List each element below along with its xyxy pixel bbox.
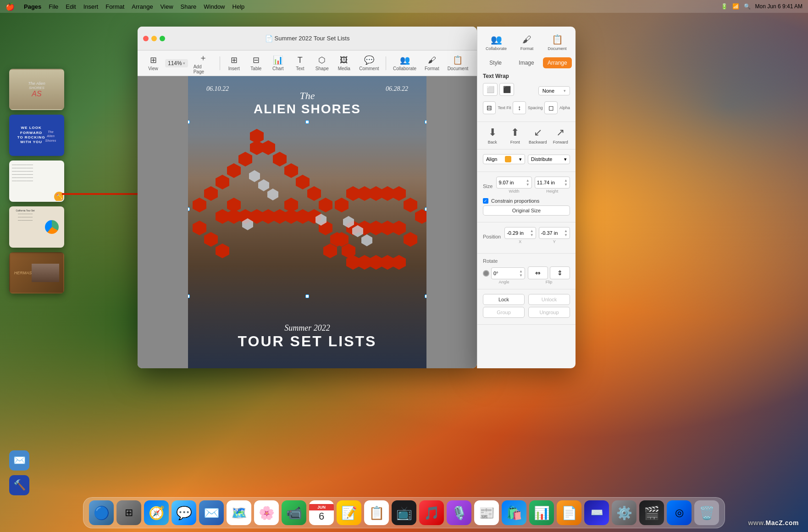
menu-help[interactable]: Help	[232, 3, 245, 10]
lock-button[interactable]: Lock	[483, 294, 525, 305]
thumb-blue-poster[interactable]: WE LOOKFORWARDTO ROCKINGWITH YOU TheAlie…	[9, 115, 64, 156]
collaborate-panel-btn[interactable]: 👥 Collaborate	[482, 31, 510, 54]
dock-safari[interactable]: 🧭	[144, 500, 169, 525]
menu-arrange[interactable]: Arrange	[132, 3, 153, 10]
dock-finder[interactable]: 🔵	[89, 500, 114, 525]
menu-format[interactable]: Format	[105, 3, 124, 10]
close-button[interactable]	[143, 36, 149, 41]
menu-file[interactable]: File	[49, 3, 58, 10]
alpha-btn[interactable]: ◻	[544, 101, 557, 114]
distribute-select[interactable]: Distribute ▾	[528, 155, 570, 164]
add-page-button[interactable]: ＋ Add Page	[190, 50, 216, 76]
dock-reminders[interactable]: 📋	[364, 500, 389, 525]
zoom-control[interactable]: 114% ▾	[165, 59, 188, 67]
selection-handle-br[interactable]	[425, 294, 426, 298]
forward-button[interactable]: ↗ Forward	[551, 127, 570, 144]
x-stepper[interactable]: ▲▼	[530, 229, 534, 237]
angle-stepper[interactable]: ▲▼	[519, 269, 523, 277]
document-button[interactable]: 📋 Document	[444, 53, 471, 73]
dock-trash[interactable]: 🗑️	[694, 500, 719, 525]
document-panel-btn[interactable]: 📋 Document	[543, 31, 571, 54]
dock-music[interactable]: 🎵	[419, 500, 444, 525]
dock-mail[interactable]: ✉️	[199, 500, 224, 525]
xcode-app-icon[interactable]: 🔨	[9, 475, 29, 495]
format-panel-btn[interactable]: 🖌 Format	[513, 32, 541, 54]
apple-menu[interactable]: 🍎	[6, 2, 15, 11]
tab-image[interactable]: Image	[512, 57, 541, 68]
dock-appstore[interactable]: 🛍️	[502, 500, 526, 525]
menu-insert[interactable]: Insert	[83, 3, 99, 10]
insert-button[interactable]: ⊞ Insert	[224, 53, 244, 73]
dock-calendar[interactable]: JUN 6	[309, 500, 334, 525]
group-button[interactable]: Group	[483, 307, 525, 318]
spacing-btn[interactable]: ↕	[513, 101, 526, 114]
flip-vertical-btn[interactable]: ⇕	[550, 266, 570, 279]
dock-appletv[interactable]: 📺	[392, 500, 416, 525]
menu-window[interactable]: Window	[204, 3, 225, 10]
media-button[interactable]: 🖼 Media	[334, 54, 354, 73]
thumb-brown-cover[interactable]: HERMAS	[9, 252, 64, 294]
dock-messages[interactable]: 💬	[172, 500, 196, 525]
chart-button[interactable]: 📊 Chart	[268, 53, 288, 73]
y-input[interactable]: -0.37 in ▲▼	[539, 227, 570, 239]
dock-facetime[interactable]: 📹	[282, 500, 306, 525]
menu-share[interactable]: Share	[181, 3, 197, 10]
backward-button[interactable]: ↙ Backward	[528, 127, 548, 144]
dock-news[interactable]: 📰	[474, 500, 499, 525]
dock-systemprefs[interactable]: ⚙️	[612, 500, 636, 525]
dock-maps[interactable]: 🗺️	[227, 500, 251, 525]
original-size-button[interactable]: Original Size	[483, 205, 570, 216]
menu-edit[interactable]: Edit	[66, 3, 76, 10]
selection-handle-mr[interactable]	[425, 207, 426, 211]
minimize-button[interactable]	[151, 36, 157, 41]
menu-view[interactable]: View	[160, 3, 173, 10]
dock-numbers[interactable]: 📊	[529, 500, 554, 525]
text-fit-btn[interactable]: ⊟	[483, 101, 496, 114]
document-canvas[interactable]: 06.10.22 06.28.22 The ALIEN SHORES	[138, 76, 477, 368]
collaborate-button[interactable]: 👥 Collaborate	[390, 53, 419, 73]
y-stepper[interactable]: ▲▼	[564, 229, 568, 237]
selection-handle-bl[interactable]	[188, 294, 190, 298]
mail-app-icon[interactable]: ✉️	[9, 450, 29, 471]
width-input[interactable]: 9.07 in ▲▼	[496, 177, 531, 188]
height-stepper[interactable]: ▲▼	[564, 178, 568, 187]
dock-launchpad[interactable]: ⊞	[116, 500, 141, 525]
text-wrap-dropdown[interactable]: None ▾	[538, 86, 570, 95]
dock-notes[interactable]: 📝	[337, 500, 361, 525]
text-wrap-icon-btn-1[interactable]: ⬜	[483, 83, 498, 96]
table-button[interactable]: ⊟ Table	[246, 53, 266, 73]
dock-podcasts[interactable]: 🎙️	[447, 500, 471, 525]
unlock-button[interactable]: Unlock	[528, 294, 570, 305]
selection-handle-tr[interactable]	[425, 120, 426, 124]
selection-handle-bm[interactable]	[305, 294, 309, 298]
format-button[interactable]: 🖌 Format	[421, 54, 443, 73]
dock-screenium[interactable]: ◎	[667, 500, 692, 525]
as-pixel-art[interactable]	[188, 122, 426, 296]
thumb-album-cover[interactable]: The Alien SHORES AS	[9, 69, 64, 110]
dock-xcode[interactable]: ⌨️	[584, 500, 609, 525]
dock-finalcutpro[interactable]: 🎬	[639, 500, 664, 525]
selection-handle-tm[interactable]	[305, 120, 309, 124]
view-button[interactable]: ⊞ View	[143, 53, 163, 73]
ungroup-button[interactable]: Ungroup	[528, 307, 570, 318]
height-input[interactable]: 11.74 in ▲▼	[535, 177, 570, 188]
text-button[interactable]: T Text	[290, 54, 310, 73]
align-select[interactable]: Align ▾	[483, 154, 525, 164]
width-stepper[interactable]: ▲▼	[526, 178, 530, 187]
tab-style[interactable]: Style	[481, 57, 510, 68]
thumb-text-doc[interactable]: ───────────── ───────────── ────────────…	[9, 161, 64, 202]
flip-horizontal-btn[interactable]: ⇔	[528, 266, 548, 279]
comment-button[interactable]: 💬 Comment	[356, 53, 382, 73]
front-button[interactable]: ⬆ Front	[506, 127, 525, 144]
back-button[interactable]: ⬇ Back	[483, 127, 502, 144]
selection-handle-ml[interactable]	[188, 207, 190, 211]
dock-pages[interactable]: 📄	[557, 500, 581, 525]
dock-photos[interactable]: 🌸	[254, 500, 279, 525]
selection-handle-tl[interactable]	[188, 120, 190, 124]
angle-input[interactable]: 0° ▲▼	[491, 267, 525, 279]
text-wrap-icon-btn-2[interactable]: ⬛	[499, 83, 514, 96]
x-input[interactable]: -0.29 in ▲▼	[504, 227, 536, 239]
tab-arrange[interactable]: Arrange	[543, 57, 572, 68]
shape-button[interactable]: ⬡ Shape	[312, 53, 332, 73]
app-name[interactable]: Pages	[24, 3, 41, 10]
